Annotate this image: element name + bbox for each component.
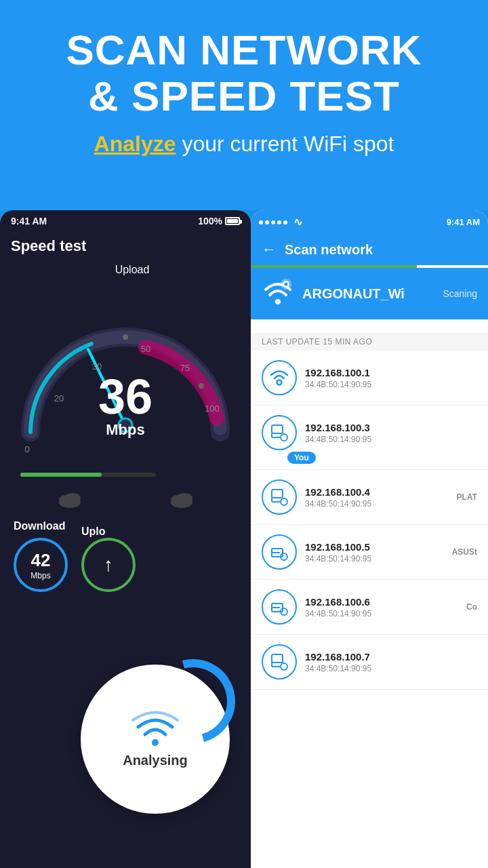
highlight-text: Analyze <box>94 132 176 156</box>
device-mac: 34:4B:50:14:90:95 <box>305 499 451 509</box>
network-name: ARGONAUT_Wi <box>302 286 405 302</box>
svg-point-37 <box>281 663 287 670</box>
svg-rect-22 <box>272 425 283 433</box>
speedometer: 0 20 30 50 75 100 36 Mbps <box>10 276 241 466</box>
device-ip: 192.168.100.6 <box>305 596 461 608</box>
you-badge: You <box>287 452 316 464</box>
battery-percent: 100% <box>198 216 222 226</box>
device-ip: 192.168.100.5 <box>305 541 447 553</box>
device-mac: 34:4B:50:14:90:95 <box>305 609 461 618</box>
dotted-connector <box>271 319 488 333</box>
svg-point-27 <box>281 498 287 505</box>
analysing-bubble: Analysing <box>81 665 230 814</box>
upload-label: Upload <box>0 264 251 276</box>
device-tag: PLAT <box>457 492 477 502</box>
device-icon-you <box>262 415 297 450</box>
speed-unit: Mbps <box>98 421 152 439</box>
analysing-text: Analysing <box>123 753 188 768</box>
device-list: 192.168.100.1 34:4B:50:14:90:95 192.168.… <box>251 351 488 690</box>
device-info: 192.168.100.6 34:4B:50:14:90:95 <box>305 596 461 618</box>
network-info: ARGONAUT_Wi <box>302 286 405 302</box>
device-icon-router <box>262 360 297 395</box>
speed-test-header: Speed test <box>0 232 251 260</box>
computer-icon <box>269 652 289 672</box>
download-section: Download 42 Mbps <box>14 520 68 592</box>
scan-network-title: Scan network <box>285 242 373 258</box>
router-icon <box>269 368 289 388</box>
svg-rect-36 <box>272 654 283 663</box>
right-status-bar: ∿ 9:41 AM <box>251 210 488 234</box>
cloud-icon-right <box>168 489 195 508</box>
device-tag: ASUSt <box>452 547 477 557</box>
svg-point-23 <box>281 434 287 441</box>
scanning-status: Scaning <box>413 288 477 299</box>
svg-text:50: 50 <box>141 344 150 354</box>
device-row: 192.168.100.7 34:4B:50:14:90:95 <box>251 635 488 690</box>
speed-number: 36 <box>98 372 152 421</box>
device-icon <box>262 644 297 679</box>
device-icon <box>262 479 297 515</box>
device-row: 192.168.100.4 34:4B:50:14:90:95 PLAT <box>251 470 488 525</box>
right-time: 9:41 AM <box>447 217 480 227</box>
upload-arrow-icon: ↑ <box>104 554 113 576</box>
banner-title: SCAN NETWORK & SPEED TEST <box>14 27 474 119</box>
banner-subtitle: Analyze your current WiFi spot <box>14 132 474 157</box>
left-time: 9:41 AM <box>11 216 47 226</box>
upload-circle: ↑ <box>81 538 136 592</box>
device-ip: 192.168.100.3 <box>305 422 477 433</box>
device-mac: 34:4B:50:14:90:95 <box>305 380 477 389</box>
upload-section: Uplo ↑ <box>81 526 136 592</box>
cloud-icons <box>0 484 251 513</box>
svg-text:100: 100 <box>205 403 220 414</box>
ul-label: Uplo <box>81 526 136 538</box>
battery-icon <box>225 217 240 225</box>
svg-point-20 <box>285 283 288 286</box>
device-ip: 192.168.100.4 <box>305 486 451 498</box>
device-mac: 34:4B:50:14:90:95 <box>305 435 477 444</box>
dl-ul-section: Download 42 Mbps Uplo ↑ <box>0 513 251 599</box>
device-info: 192.168.100.4 34:4B:50:14:90:95 <box>305 486 451 509</box>
device-row: 192.168.100.5 34:4B:50:14:90:95 ASUSt <box>251 525 488 580</box>
wifi-icon-wrap <box>262 277 294 310</box>
svg-point-21 <box>277 380 282 385</box>
progress-section <box>0 466 251 484</box>
computer-icon-you <box>269 422 289 443</box>
device-ip: 192.168.100.7 <box>305 651 477 663</box>
svg-text:20: 20 <box>54 393 64 403</box>
download-badge: 42 Mbps <box>14 538 68 592</box>
wifi-network-row: ARGONAUT_Wi Scaning <box>251 268 488 319</box>
svg-point-8 <box>123 334 128 340</box>
device-info: 192.168.100.7 34:4B:50:14:90:95 <box>305 651 477 673</box>
device-info: 192.168.100.3 34:4B:50:14:90:95 <box>305 422 477 444</box>
computer-icon <box>269 487 289 507</box>
scan-header: ← Scan network <box>251 234 488 265</box>
left-status-bar: 9:41 AM 100% <box>0 210 251 232</box>
svg-text:0: 0 <box>24 444 29 454</box>
svg-point-15 <box>176 493 192 504</box>
computer-icon <box>269 542 289 562</box>
device-info: 192.168.100.1 34:4B:50:14:90:95 <box>305 367 477 389</box>
device-tag: Co <box>466 602 477 612</box>
wifi-analysing-icon <box>131 710 179 747</box>
svg-rect-26 <box>272 490 283 498</box>
svg-point-16 <box>152 739 159 746</box>
device-icon <box>262 534 297 570</box>
cloud-icon-left <box>56 489 83 508</box>
right-phone: ∿ 9:41 AM ← Scan network <box>251 210 488 868</box>
device-mac: 34:4B:50:14:90:95 <box>305 554 447 564</box>
svg-point-9 <box>199 383 204 389</box>
download-label: Download <box>14 520 68 532</box>
svg-point-12 <box>64 493 81 504</box>
device-row: 192.168.100.1 34:4B:50:14:90:95 <box>251 351 488 406</box>
network-wifi-icon <box>262 277 294 307</box>
device-row-you: 192.168.100.3 34:4B:50:14:90:95 You <box>251 406 488 470</box>
phones-container: 9:41 AM 100% Speed test Upload <box>0 210 488 868</box>
device-ip: 192.168.100.1 <box>305 367 477 378</box>
device-mac: 34:4B:50:14:90:95 <box>305 664 477 673</box>
status-right: 100% <box>198 216 240 226</box>
svg-point-17 <box>275 299 281 304</box>
progress-track <box>20 473 156 477</box>
progress-fill <box>20 473 102 477</box>
device-info: 192.168.100.5 34:4B:50:14:90:95 <box>305 541 447 564</box>
back-button[interactable]: ← <box>262 241 277 258</box>
